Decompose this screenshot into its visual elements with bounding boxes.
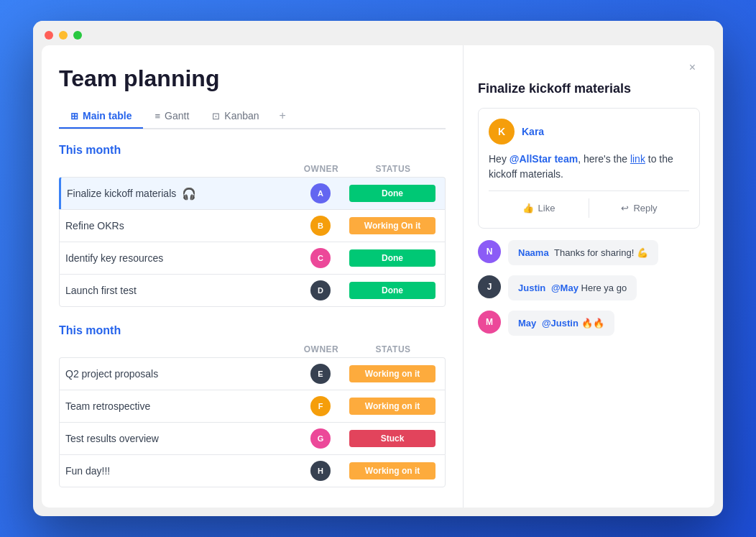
mention-allstar: @AllStar team bbox=[510, 153, 578, 165]
table-row[interactable]: Refine OKRs B Working On it bbox=[59, 209, 446, 242]
owner-cell: F bbox=[295, 396, 346, 416]
status-cell: Working On it bbox=[346, 217, 439, 234]
tab-kanban[interactable]: ⊡ Kanban bbox=[200, 104, 270, 129]
status-badge: Working on it bbox=[349, 398, 435, 415]
table-row[interactable]: Q2 project proposals E Working on it bbox=[59, 357, 446, 390]
table-row[interactable]: Test results overview G Stuck bbox=[59, 422, 446, 454]
task-name: Launch first test bbox=[65, 285, 137, 296]
status-cell: Working on it bbox=[346, 462, 439, 479]
task-name: Refine OKRs bbox=[65, 220, 124, 231]
status-cell: Stuck bbox=[346, 430, 439, 447]
tab-gantt[interactable]: ≡ Gantt bbox=[143, 104, 200, 129]
section2-title: This month bbox=[59, 324, 446, 337]
task-name-cell: Fun day!!! bbox=[65, 465, 295, 477]
titlebar bbox=[33, 21, 723, 45]
owner-column-header: Owner bbox=[296, 164, 346, 174]
status-cell: Done bbox=[346, 249, 439, 267]
like-icon: 👍 bbox=[522, 203, 534, 214]
reply-bubble: Naama Thanks for sharing! 💪 bbox=[508, 240, 658, 265]
status-badge: Working on it bbox=[349, 462, 435, 479]
like-button[interactable]: 👍 Like bbox=[489, 198, 589, 218]
detail-panel: × Finalize kickoff materials K Kara Hey … bbox=[463, 45, 714, 508]
comment-box: K Kara Hey @AllStar team, here's the lin… bbox=[478, 108, 700, 229]
left-panel: Team planning ⊞ Main table ≡ Gantt ⊡ Kan… bbox=[42, 45, 463, 508]
owner-cell: D bbox=[295, 280, 346, 300]
dot-red[interactable] bbox=[45, 31, 53, 40]
commenter-name: Kara bbox=[522, 126, 544, 137]
dot-yellow[interactable] bbox=[59, 31, 68, 40]
reply-icon: ↩ bbox=[621, 203, 629, 214]
task-name-cell: Identify key resources bbox=[65, 252, 295, 264]
table-row[interactable]: Identify key resources C Done bbox=[59, 242, 446, 274]
reply-text: Thanks for sharing! 💪 bbox=[554, 247, 648, 258]
task-name: Test results overview bbox=[65, 433, 159, 444]
owner-cell: H bbox=[295, 461, 346, 481]
dot-green[interactable] bbox=[73, 31, 82, 40]
link-kickoff[interactable]: link bbox=[630, 153, 645, 165]
status-badge: Done bbox=[349, 282, 435, 299]
comment-text: Hey @AllStar team, here's the link to th… bbox=[489, 152, 689, 182]
table-row[interactable]: Team retrospective F Working on it bbox=[59, 390, 446, 422]
reply-author: Naama bbox=[518, 247, 549, 258]
section1-tasks: Finalize kickoff materials 🎧 A Done Refi… bbox=[59, 177, 446, 307]
avatar: H bbox=[310, 461, 331, 481]
avatar: E bbox=[310, 364, 331, 384]
reply-item: J Justin @May Here ya go bbox=[478, 275, 700, 300]
headphone-icon: 🎧 bbox=[182, 187, 196, 201]
task-name-cell: Q2 project proposals bbox=[65, 368, 295, 380]
avatar: C bbox=[310, 248, 331, 268]
owner-cell: A bbox=[295, 183, 346, 203]
table-row[interactable]: Launch first test D Done bbox=[59, 274, 446, 307]
main-content: Team planning ⊞ Main table ≡ Gantt ⊡ Kan… bbox=[42, 45, 714, 508]
task-name-cell: Refine OKRs bbox=[65, 220, 295, 231]
page-title: Team planning bbox=[59, 65, 446, 92]
status-cell: Working on it bbox=[346, 365, 439, 382]
reply-text: Here ya go bbox=[581, 283, 627, 293]
avatar: D bbox=[310, 280, 331, 300]
reply-avatar: N bbox=[478, 240, 501, 263]
task-name-cell: Team retrospective bbox=[65, 400, 295, 412]
status-badge: Working on it bbox=[349, 365, 435, 382]
avatar: F bbox=[310, 396, 331, 416]
reply-bubble: Justin @May Here ya go bbox=[508, 275, 637, 300]
owner-cell: B bbox=[295, 216, 346, 236]
add-tab-button[interactable]: + bbox=[271, 104, 295, 128]
table-row[interactable]: Fun day!!! H Working on it bbox=[59, 454, 446, 487]
section1-table-header: Owner Status bbox=[59, 164, 446, 177]
table-row[interactable]: Finalize kickoff materials 🎧 A Done bbox=[59, 177, 446, 209]
comment-actions: 👍 Like ↩ Reply bbox=[489, 191, 689, 218]
task-name: Q2 project proposals bbox=[65, 368, 158, 380]
status-badge: Done bbox=[349, 249, 435, 267]
task-name: Team retrospective bbox=[65, 400, 150, 412]
status-cell: Done bbox=[346, 185, 439, 202]
owner-cell: C bbox=[295, 248, 346, 268]
status-cell: Done bbox=[346, 282, 439, 299]
reply-button[interactable]: ↩ Reply bbox=[589, 198, 689, 218]
owner-cell: G bbox=[295, 428, 346, 449]
owner-column-header2: Owner bbox=[296, 344, 346, 354]
reply-text: 🔥🔥 bbox=[581, 318, 604, 329]
status-cell: Working on it bbox=[346, 398, 439, 415]
reply-bubble: May @Justin 🔥🔥 bbox=[508, 311, 614, 336]
task-name-cell: Finalize kickoff materials 🎧 bbox=[67, 187, 295, 201]
avatar: G bbox=[310, 428, 331, 449]
reply-author: Justin bbox=[518, 283, 545, 293]
reply-avatar: M bbox=[478, 311, 501, 334]
section1-title: This month bbox=[59, 144, 446, 157]
panel-close-row: × bbox=[478, 60, 700, 75]
avatar: B bbox=[310, 216, 331, 236]
mention-may: @May bbox=[551, 283, 578, 293]
tabs-bar: ⊞ Main table ≡ Gantt ⊡ Kanban + bbox=[59, 104, 446, 129]
section2-table-header: Owner Status bbox=[59, 344, 446, 357]
status-badge: Working On it bbox=[349, 217, 435, 234]
gantt-icon: ≡ bbox=[155, 111, 160, 121]
commenter-avatar: K bbox=[489, 119, 515, 144]
avatar: A bbox=[310, 183, 331, 203]
panel-title: Finalize kickoff materials bbox=[478, 81, 700, 96]
close-button[interactable]: × bbox=[685, 60, 700, 75]
owner-cell: E bbox=[295, 364, 346, 384]
reply-author: May bbox=[518, 318, 536, 329]
task-name: Identify key resources bbox=[65, 252, 163, 264]
tab-main-table[interactable]: ⊞ Main table bbox=[59, 104, 143, 129]
task-name: Finalize kickoff materials bbox=[67, 188, 176, 199]
